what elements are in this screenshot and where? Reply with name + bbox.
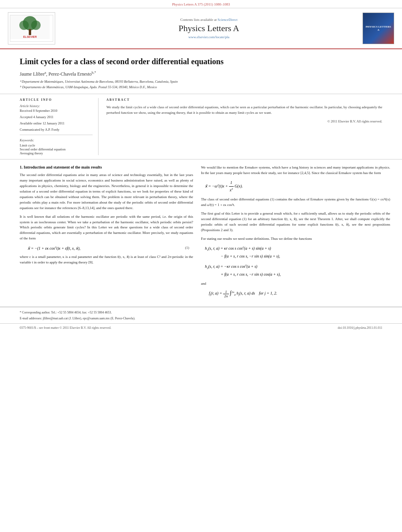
main-content: 1. Introduction and statement of the mai… [0, 159, 402, 307]
footnote-email: E-mail addresses: jllibre@mat.uab.cat (J… [20, 316, 382, 321]
logo-image: ELSEVIER [10, 15, 53, 42]
h2-formula-line1: h2(s, r, a) = −κr cos s cos3(a + s) [205, 264, 257, 269]
section1-para3: where ε is a small parameter, κ is a rea… [20, 254, 193, 265]
h1-formula-line1: h1(s, r, a) = κr cos s cos2(a + s) sin(a… [205, 246, 271, 250]
accepted-text: Accepted 4 January 2011 [20, 115, 93, 119]
keyword-1: Limit cycle [20, 143, 93, 147]
ermakov-math: ẍ = −ω2(t)x + 1x3 G(x). [205, 184, 243, 188]
article-info-title: ARTICLE INFO [20, 98, 93, 102]
right-para2: The class of second order differential e… [201, 197, 390, 208]
h2-formula-line2: + f(a + s, r cos s, −r sin s) cos(a + s)… [205, 272, 281, 276]
integral-formula-block: fj(r, a) = 12π ∫2π0 hj(s, r, a) ds for j… [209, 290, 390, 298]
h2-formula-block: h2(s, r, a) = −κr cos s cos3(a + s) + f(… [205, 263, 390, 278]
history-label: Article history: [20, 104, 93, 108]
page-container: Physics Letters A 375 (2011) 1080–1083 E… [0, 0, 402, 532]
footnotes-area: * Corresponding author. Tel.: +52 55 580… [0, 307, 402, 321]
h1-formula-line2: − f(a + s, r cos s, −r sin s) sin(a + s)… [205, 254, 280, 258]
svg-point-3 [31, 20, 41, 30]
citation-bar: Physics Letters A 375 (2011) 1080–1083 [0, 0, 402, 8]
available-text: Available online 12 January 2011 [20, 121, 93, 125]
citation-text: Physics Letters A 375 (2011) 1080–1083 [172, 2, 230, 6]
info-divider [20, 135, 93, 135]
keyword-2: Second order differential equation [20, 147, 93, 151]
section1-para1: The second order differential equations … [20, 172, 193, 211]
info-abstract-section: ARTICLE INFO Article history: Received 8… [0, 94, 402, 159]
equation-1-number: (1) [185, 246, 194, 250]
received-text: Received 8 September 2010 [20, 109, 93, 113]
ermakov-equation: ẍ = −ω2(t)x + 1x3 G(x). [205, 179, 390, 194]
section1-para2: It is well known that all solutions of t… [20, 214, 193, 242]
journal-header: ELSEVIER Contents lists available at Sci… [0, 8, 402, 49]
copyright-text: © 2011 Elsevier B.V. All rights reserved… [106, 119, 382, 123]
elsevier-logo: ELSEVIER [8, 12, 55, 44]
left-column: 1. Introduction and statement of the mai… [20, 165, 193, 301]
journal-title: Physics Letters A [55, 23, 363, 33]
keyword-3: Averaging theory [20, 151, 93, 155]
right-column: We would like to mention the Ermakov sys… [201, 165, 390, 301]
communicated-text: Communicated by A.P. Fordy [20, 128, 93, 132]
keywords-label: Keywords: [20, 138, 93, 142]
elsevier-tree-svg: ELSEVIER [10, 15, 50, 39]
article-info: ARTICLE INFO Article history: Received 8… [20, 98, 99, 155]
abstract-section: ABSTRACT We study the limit cycles of a … [106, 98, 382, 155]
article-title-area: Limit cycles for a class of second order… [0, 49, 402, 94]
footer-issn: 0375-9601/$ – see front matter © 2011 El… [20, 326, 111, 330]
svg-rect-4 [29, 29, 31, 35]
section1-title: 1. Introduction and statement of the mai… [20, 165, 193, 169]
h1-formula-block: h1(s, r, a) = κr cos s cos2(a + s) sin(a… [205, 245, 390, 260]
affiliation-b: ᵇ Departamento de Matemáticas, UAM-Iztap… [20, 85, 382, 89]
article-authors: Jaume Llibrea, Perez-Chavela Ernestob,* [20, 70, 382, 77]
eq1-math: ẍ = −(1 + εκ cos2t)x + εf(t, x, ẋ), [28, 246, 80, 250]
footer-doi: doi:10.1016/j.physleta.2011.01.011 [338, 326, 382, 330]
abstract-text: We study the limit cycles of a wide clas… [106, 105, 382, 115]
article-title: Limit cycles for a class of second order… [20, 56, 382, 67]
contents-available-line: Contents lists available at ScienceDirec… [55, 18, 363, 22]
right-para4: For stating our results we need some def… [201, 236, 390, 242]
contents-text: Contents lists available at [181, 18, 217, 22]
page-footer: 0375-9601/$ – see front matter © 2011 El… [0, 323, 402, 332]
journal-center: Contents lists available at ScienceDirec… [55, 18, 363, 39]
journal-logo-right: PHYSICS LETTERS A [363, 13, 394, 44]
svg-point-2 [19, 20, 29, 30]
svg-text:ELSEVIER: ELSEVIER [23, 35, 37, 38]
abstract-title: ABSTRACT [106, 98, 382, 102]
and-word: and [201, 281, 390, 287]
journal-url: www.elsevier.com/locate/pla [55, 35, 363, 39]
journal-logo-text: PHYSICS LETTERS A [365, 25, 392, 32]
right-para1: We would like to mention the Ermakov sys… [201, 165, 390, 176]
integral-formula-text: fj(r, a) = 12π ∫2π0 hj(s, r, a) ds for j… [209, 291, 277, 295]
equation-1-text: ẍ = −(1 + εκ cos2t)x + εf(t, x, ẋ), [28, 245, 181, 250]
journal-url-link[interactable]: www.elsevier.com/locate/pla [188, 35, 229, 39]
footnote-corresponding: * Corresponding author. Tel.: +52 55 580… [20, 310, 382, 315]
right-para3: The first goal of this Letter is to prov… [201, 211, 390, 233]
equation-1-block: ẍ = −(1 + εκ cos2t)x + εf(t, x, ẋ), (1) [28, 245, 193, 250]
affiliation-a: ᵃ Departament de Matemàtiques, Universit… [20, 80, 382, 83]
sciencedirect-link[interactable]: ScienceDirect [218, 18, 237, 22]
